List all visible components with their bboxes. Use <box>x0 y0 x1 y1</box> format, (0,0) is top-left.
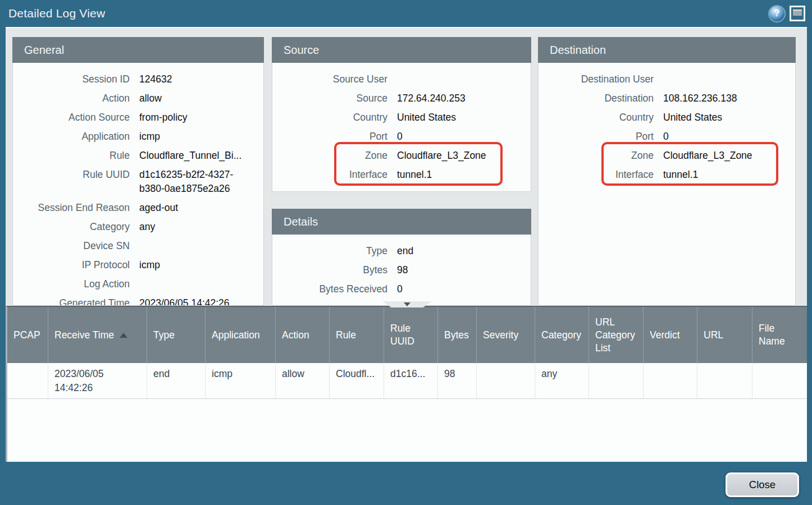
log-table: PCAP Receive Time Type Application Actio… <box>6 306 807 462</box>
field-destination: Destination108.162.236.138 <box>539 89 795 108</box>
source-panel-header: Source <box>272 37 531 63</box>
title-bar-icons: ? <box>769 6 805 21</box>
details-panel-header: Details <box>272 209 531 235</box>
column-header-verdict[interactable]: Verdict <box>644 307 697 363</box>
cell-file-name <box>752 363 807 398</box>
field-bytes: Bytes98 <box>272 260 531 279</box>
field-session-id: Session ID124632 <box>13 70 263 89</box>
cell-rule-uuid: d1c16... <box>384 363 438 398</box>
column-header-type[interactable]: Type <box>147 307 206 363</box>
field-country: CountryUnited States <box>539 108 795 127</box>
destination-panel: Destination Destination User Destination… <box>538 37 796 306</box>
column-header-category[interactable]: Category <box>535 307 589 363</box>
general-panel-header: General <box>12 37 264 63</box>
column-header-severity[interactable]: Severity <box>477 307 535 363</box>
column-header-url[interactable]: URL <box>697 307 752 363</box>
destination-panel-body: Destination User Destination108.162.236.… <box>538 63 796 306</box>
field-application: Applicationicmp <box>13 127 263 146</box>
field-destination-user: Destination User <box>539 70 795 89</box>
field-interface: Interfacetunnel.1 <box>272 165 531 184</box>
column-header-rule-uuid[interactable]: Rule UUID <box>384 307 438 363</box>
field-ip-protocol: IP Protocolicmp <box>13 255 263 274</box>
field-port: Port0 <box>539 127 795 146</box>
details-panel-body: Typeend Bytes98 Bytes Received0 <box>272 235 531 306</box>
maximize-icon-inner <box>793 10 802 16</box>
cell-verdict <box>644 363 697 398</box>
dialog-title: Detailed Log View <box>8 7 105 20</box>
field-source-user: Source User <box>272 70 531 89</box>
column-header-url-category-list[interactable]: URL Category List <box>589 307 644 363</box>
field-bytes-received: Bytes Received0 <box>272 279 531 299</box>
column-header-rule[interactable]: Rule <box>330 307 384 363</box>
field-country: CountryUnited States <box>272 108 531 127</box>
cell-rule: Cloudfl... <box>330 363 384 398</box>
destination-zone-interface-group: ZoneCloudflare_L3_Zone Interfacetunnel.1 <box>539 146 795 184</box>
field-zone: ZoneCloudflare_L3_Zone <box>539 146 795 165</box>
cell-application: icmp <box>206 363 276 398</box>
log-detail-panels-area: General Session ID124632 Actionallow Act… <box>6 27 807 306</box>
column-header-application[interactable]: Application <box>206 307 276 363</box>
general-panel: General Session ID124632 Actionallow Act… <box>12 37 264 306</box>
general-panel-body: Session ID124632 Actionallow Action Sour… <box>12 63 264 306</box>
source-panel: Source Source User Source172.64.240.253 … <box>272 37 531 192</box>
field-rule-uuid: Rule UUIDd1c16235-b2f2-4327-b380-0ae1875… <box>13 165 263 198</box>
cell-type: end <box>147 363 206 398</box>
column-header-bytes[interactable]: Bytes <box>438 307 477 363</box>
field-session-end-reason: Session End Reasonaged-out <box>13 198 263 217</box>
field-device-sn: Device SN <box>13 236 263 255</box>
destination-panel-header: Destination <box>538 37 796 63</box>
maximize-icon[interactable] <box>790 6 805 21</box>
cell-url <box>697 363 752 398</box>
field-type: Typeend <box>272 241 531 260</box>
dialog-title-bar: Detailed Log View ? <box>0 0 812 27</box>
cell-action: allow <box>276 363 330 398</box>
cell-category: any <box>535 363 589 398</box>
column-header-pcap[interactable]: PCAP <box>7 307 48 363</box>
field-generated-time: Generated Time2023/06/05 14:42:26 <box>13 293 263 306</box>
field-port: Port0 <box>272 127 531 146</box>
source-panel-body: Source User Source172.64.240.253 Country… <box>272 63 531 192</box>
field-zone: ZoneCloudflare_L3_Zone <box>272 146 531 165</box>
field-action-source: Action Sourcefrom-policy <box>13 108 263 127</box>
field-log-action: Log Action <box>13 274 263 293</box>
log-table-header: PCAP Receive Time Type Application Actio… <box>7 307 807 363</box>
cell-pcap <box>7 363 48 398</box>
cell-bytes: 98 <box>438 363 477 398</box>
details-panel: Details Typeend Bytes98 Bytes Received0 <box>272 209 531 306</box>
column-header-receive-time[interactable]: Receive Time <box>48 307 147 363</box>
column-header-file-name[interactable]: File Name <box>752 307 807 363</box>
source-zone-interface-group: ZoneCloudflare_L3_Zone Interfacetunnel.1 <box>272 146 531 184</box>
collapse-triangle-icon <box>404 302 410 306</box>
cell-severity <box>477 363 535 398</box>
sort-ascending-icon <box>120 333 127 338</box>
close-button[interactable]: Close <box>726 472 799 497</box>
column-header-action[interactable]: Action <box>276 307 330 363</box>
field-category: Categoryany <box>13 217 263 236</box>
cell-receive-time: 2023/06/05 14:42:26 <box>48 363 147 398</box>
field-source: Source172.64.240.253 <box>272 89 531 108</box>
help-icon[interactable]: ? <box>769 6 784 21</box>
log-table-row[interactable]: 2023/06/05 14:42:26 end icmp allow Cloud… <box>7 363 807 399</box>
cell-url-category-list <box>589 363 644 398</box>
field-interface: Interfacetunnel.1 <box>539 165 795 184</box>
field-rule: RuleCloudflare_Tunnel_Bi... <box>13 146 263 165</box>
field-action: Actionallow <box>13 89 263 108</box>
